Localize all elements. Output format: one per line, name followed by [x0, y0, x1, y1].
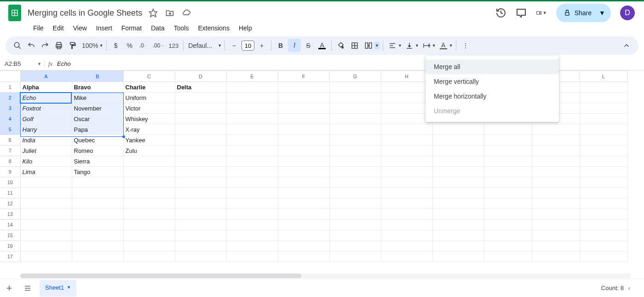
cell-C6[interactable]: Yankee	[123, 135, 175, 146]
italic-button[interactable]: I	[288, 39, 301, 52]
font-size-increase[interactable]: +	[255, 39, 268, 52]
zoom-dropdown[interactable]: 100%▼	[80, 39, 104, 52]
row-header-15[interactable]: 15	[0, 230, 20, 241]
percent-button[interactable]: %	[123, 39, 136, 52]
strikethrough-button[interactable]: S	[302, 39, 315, 52]
format-number-button[interactable]: 123	[167, 39, 180, 52]
font-size-decrease[interactable]: −	[228, 39, 241, 52]
redo-button[interactable]	[39, 39, 52, 52]
sheets-logo[interactable]	[6, 4, 24, 22]
all-sheets-button[interactable]	[18, 280, 37, 297]
row-header-1[interactable]: 1	[0, 82, 20, 93]
col-header-F[interactable]: F	[278, 71, 329, 82]
cell-B2[interactable]: Mike	[72, 93, 123, 103]
formula-input[interactable]: Echo	[54, 60, 71, 67]
borders-button[interactable]	[348, 39, 361, 52]
col-header-A[interactable]: A	[20, 71, 72, 82]
share-dropdown-icon[interactable]: ▼	[595, 4, 609, 22]
merge-cells-dropdown[interactable]: ▼	[362, 39, 380, 52]
search-menus-button[interactable]	[11, 39, 24, 52]
cell-B1[interactable]: Bravo	[72, 82, 123, 93]
name-box[interactable]: A2:B5▼	[0, 60, 44, 67]
text-wrap-dropdown[interactable]: ▼	[420, 39, 436, 52]
sheet-tab-chevron-icon[interactable]: ▼	[67, 285, 71, 290]
account-avatar[interactable]: D	[620, 6, 635, 20]
document-title[interactable]: Merging cells in Google Sheets	[24, 8, 146, 18]
merge-vertically-item[interactable]: Merge vertically	[426, 74, 559, 89]
menu-view[interactable]: View	[69, 23, 91, 34]
collapse-toolbar-button[interactable]	[620, 39, 633, 52]
cell-C2[interactable]: Uniform	[123, 93, 175, 103]
row-header-12[interactable]: 12	[0, 198, 20, 209]
add-sheet-button[interactable]: +	[0, 280, 18, 297]
meet-icon[interactable]: ▼	[536, 7, 547, 18]
horizontal-align-dropdown[interactable]: ▼	[386, 39, 402, 52]
explore-chevron-icon[interactable]: ‹	[628, 285, 630, 291]
cell-B9[interactable]: Tango	[72, 167, 123, 177]
bold-button[interactable]: B	[274, 39, 287, 52]
row-header-3[interactable]: 3	[0, 103, 20, 114]
sheet-tab-sheet1[interactable]: Sheet1▼	[40, 280, 76, 297]
paint-format-button[interactable]	[66, 39, 79, 52]
row-header-16[interactable]: 16	[0, 241, 20, 251]
font-size-input[interactable]: 10	[242, 41, 254, 51]
col-header-E[interactable]: E	[226, 71, 278, 82]
cell-C7[interactable]: Zulu	[123, 146, 175, 156]
menu-insert[interactable]: Insert	[92, 23, 116, 34]
row-header-10[interactable]: 10	[0, 177, 20, 188]
menu-file[interactable]: File	[29, 23, 47, 34]
print-button[interactable]	[52, 39, 65, 52]
cell-A2[interactable]: Echo	[20, 93, 72, 103]
cell-A6[interactable]: India	[20, 135, 72, 146]
row-header-13[interactable]: 13	[0, 209, 20, 220]
decrease-decimal-button[interactable]: .0←	[137, 39, 150, 52]
selection-handle[interactable]	[122, 135, 125, 138]
row-header-11[interactable]: 11	[0, 188, 20, 198]
col-header-D[interactable]: D	[175, 71, 226, 82]
history-icon[interactable]	[495, 7, 506, 18]
menu-extensions[interactable]: Extensions	[194, 23, 233, 34]
comment-icon[interactable]	[516, 7, 527, 18]
cell-D1[interactable]: Delta	[175, 82, 226, 93]
cell-C1[interactable]: Charlie	[123, 82, 175, 93]
cell-A1[interactable]: Alpha	[20, 82, 72, 93]
cell-A5[interactable]: Harry	[20, 124, 72, 135]
col-header-C[interactable]: C	[123, 71, 175, 82]
menu-data[interactable]: Data	[147, 23, 168, 34]
undo-button[interactable]	[25, 39, 38, 52]
cell-C5[interactable]: X-ray	[123, 124, 175, 135]
currency-button[interactable]: $	[109, 39, 122, 52]
menu-edit[interactable]: Edit	[49, 23, 68, 34]
merge-all-item[interactable]: Merge all	[426, 59, 559, 74]
cell-A9[interactable]: Lima	[20, 167, 72, 177]
row-header-17[interactable]: 17	[0, 251, 20, 262]
cell-A4[interactable]: Golf	[20, 114, 72, 124]
cell-B4[interactable]: Oscar	[72, 114, 123, 124]
more-toolbar-button[interactable]: ⋮	[459, 39, 472, 52]
vertical-align-dropdown[interactable]: ▼	[403, 39, 419, 52]
cell-A3[interactable]: Foxtrot	[20, 103, 72, 114]
cell-B6[interactable]: Quebec	[72, 135, 123, 146]
menu-tools[interactable]: Tools	[170, 23, 193, 34]
cell-B7[interactable]: Romeo	[72, 146, 123, 156]
share-button[interactable]: Share ▼	[556, 4, 611, 22]
cell-B5[interactable]: Papa	[72, 124, 123, 135]
horizontal-scrollbar[interactable]	[20, 273, 631, 279]
cell-C3[interactable]: Victor	[123, 103, 175, 114]
cell-C4[interactable]: Whiskey	[123, 114, 175, 124]
merge-horizontally-item[interactable]: Merge horizontally	[426, 89, 559, 104]
col-header-B[interactable]: B	[72, 71, 123, 82]
font-family-dropdown[interactable]: Defaul...▼	[186, 42, 222, 49]
row-header-5[interactable]: 5	[0, 124, 20, 135]
col-header-H[interactable]: H	[381, 71, 432, 82]
menu-help[interactable]: Help	[235, 23, 256, 34]
row-header-6[interactable]: 6	[0, 135, 20, 146]
fill-color-button[interactable]	[334, 39, 347, 52]
cell-A7[interactable]: Juliet	[20, 146, 72, 156]
menu-format[interactable]: Format	[118, 23, 145, 34]
col-header-L[interactable]: L	[580, 71, 627, 82]
row-header-2[interactable]: 2	[0, 93, 20, 103]
star-icon[interactable]	[148, 7, 159, 18]
row-header-7[interactable]: 7	[0, 146, 20, 156]
cloud-status-icon[interactable]	[181, 7, 192, 18]
